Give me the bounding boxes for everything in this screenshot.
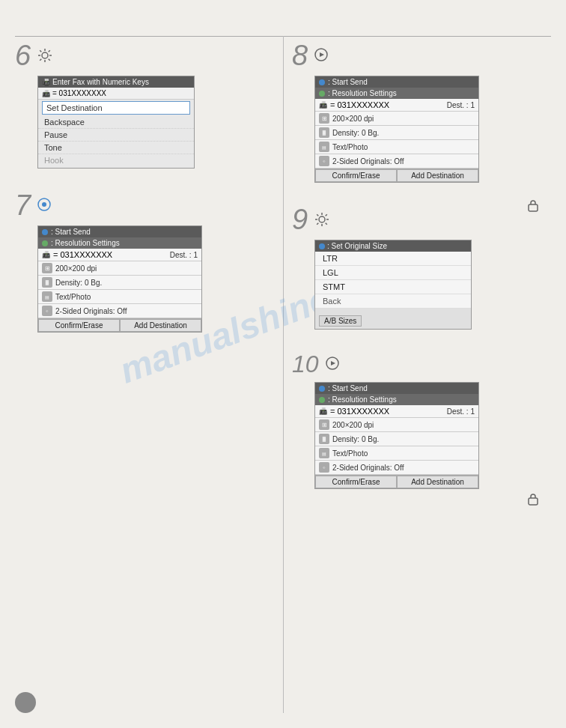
- left-column: 6 📠 Enter Fax with Numeric Keys 📠: [15, 41, 270, 355]
- step-6-gear-icon: [37, 47, 53, 66]
- dot-blue-icon-8: [319, 79, 325, 85]
- confirm-erase-btn-8[interactable]: Confirm/Erase: [315, 169, 397, 182]
- fax-dest-row-10: 📠 = 031XXXXXXX Dest. : 1: [315, 405, 478, 418]
- sided-row-7: ⟐ 2-Sided Originals: Off: [38, 304, 201, 318]
- dot-blue-icon: [42, 229, 48, 235]
- step-7-dialog-title: : Start Send: [38, 226, 201, 237]
- fax-dest-row-8: 📠 = 031XXXXXXX Dest. : 1: [315, 99, 478, 112]
- step-8-play-icon: [314, 47, 329, 64]
- step-7-block: 7 : Start Send : Resolution Settings: [15, 191, 270, 333]
- density-text-7: Density: 0 Bg.: [55, 279, 102, 287]
- resolution-row-8: ⊞ 200×200 dpi: [315, 112, 478, 126]
- sided-icon-8: ⟐: [319, 156, 329, 166]
- type-text-7: Text/Photo: [55, 293, 91, 301]
- orig-footer: A/B Sizes: [315, 313, 471, 329]
- type-icon-8: ▤: [319, 142, 329, 152]
- lgl-item[interactable]: LGL: [315, 266, 471, 280]
- type-row-10: ▤ Text/Photo: [315, 446, 478, 461]
- confirm-erase-btn-7[interactable]: Confirm/Erase: [38, 319, 120, 332]
- resolution-icon-7: ⊞: [42, 263, 52, 273]
- step-8-footer: Confirm/Erase Add Destination: [315, 169, 478, 182]
- type-row-7: ▤ Text/Photo: [38, 290, 201, 304]
- sided-row-8: ⟐ 2-Sided Originals: Off: [315, 154, 478, 169]
- vertical-divider: [283, 36, 284, 713]
- dot-green-icon-8: [319, 91, 325, 97]
- ab-sizes-btn[interactable]: A/B Sizes: [319, 315, 362, 327]
- density-row-8: ▓ Density: 0 Bg.: [315, 126, 478, 140]
- step-6-header: 6: [15, 41, 270, 70]
- tone-item[interactable]: Tone: [38, 142, 194, 154]
- add-destination-btn-8[interactable]: Add Destination: [397, 169, 478, 182]
- resolution-row-10: ⊞ 200×200 dpi: [315, 418, 478, 432]
- add-destination-btn-10[interactable]: Add Destination: [397, 476, 478, 488]
- step-6-number: 6: [15, 41, 31, 70]
- fax-number-row: 📠 = 031XXXXXXX: [38, 88, 194, 100]
- density-row-7: ▓ Density: 0 Bg.: [38, 276, 201, 290]
- density-icon-7: ▓: [42, 277, 52, 288]
- step-10-block: 10 : Start Send : Resolution Settings: [292, 352, 547, 489]
- fax-number-text: = 031XXXXXXX: [52, 89, 106, 97]
- svg-point-2: [42, 202, 46, 207]
- dot-green-icon: [42, 240, 48, 246]
- dest-count-8: Dest. : 1: [447, 101, 475, 109]
- numeric-keys-dialog: 📠 Enter Fax with Numeric Keys 📠 = 031XXX…: [37, 76, 195, 169]
- dot-blue-9: [319, 243, 325, 249]
- resolution-label-8: : Resolution Settings: [328, 89, 397, 97]
- type-icon-10: ▤: [319, 448, 329, 458]
- pause-item[interactable]: Pause: [38, 129, 194, 142]
- step-9-number: 9: [292, 205, 308, 234]
- svg-point-6: [319, 216, 325, 222]
- set-destination-item[interactable]: Set Destination: [42, 101, 190, 115]
- sided-icon-10: ⟐: [319, 462, 329, 473]
- fax-number-10: = 031XXXXXXX: [330, 407, 389, 416]
- step-8-dialog: : Start Send : Resolution Settings 📠 = 0…: [314, 76, 479, 183]
- step-9-header: 9: [292, 205, 547, 234]
- resolution-label-7: : Resolution Settings: [51, 239, 120, 247]
- sided-text-10: 2-Sided Originals: Off: [332, 464, 404, 472]
- bottom-circle: [15, 692, 36, 713]
- svg-rect-9: [529, 498, 538, 505]
- step-7-number: 7: [15, 191, 31, 219]
- step-10-dialog-subtitle: : Resolution Settings: [315, 394, 478, 405]
- density-icon-10: ▓: [319, 434, 329, 444]
- svg-marker-8: [331, 361, 335, 365]
- resolution-icon-8: ⊞: [319, 113, 329, 124]
- step-7-dialog: : Start Send : Resolution Settings 📠 = 0…: [37, 225, 202, 333]
- step-10-lock-note: [527, 492, 539, 508]
- backspace-item[interactable]: Backspace: [38, 116, 194, 129]
- step-7-dialog-subtitle: : Resolution Settings: [38, 237, 201, 249]
- type-text-10: Text/Photo: [332, 449, 368, 458]
- hook-item: Hook: [38, 154, 194, 168]
- type-text-8: Text/Photo: [332, 143, 368, 151]
- step-8-dialog-title: : Start Send: [315, 76, 478, 88]
- dot-green-icon-10: [319, 397, 325, 403]
- set-destination-text: Set Destination: [46, 103, 103, 112]
- type-row-8: ▤ Text/Photo: [315, 140, 478, 154]
- ltr-item[interactable]: LTR: [315, 252, 471, 266]
- dot-blue-icon-10: [319, 386, 325, 392]
- density-row-10: ▓ Density: 0 Bg.: [315, 432, 478, 446]
- step-10-dialog: : Start Send : Resolution Settings 📠 = 0…: [314, 382, 479, 489]
- fax-number-8: = 031XXXXXXX: [330, 100, 389, 109]
- density-text-8: Density: 0 Bg.: [332, 129, 379, 137]
- step-9-block: 9 : Set Original Size LTR: [292, 205, 547, 330]
- add-destination-btn-7[interactable]: Add Destination: [120, 319, 201, 332]
- start-send-label-7: : Start Send: [51, 228, 91, 236]
- type-icon-7: ▤: [42, 291, 52, 302]
- sided-text-8: 2-Sided Originals: Off: [332, 157, 404, 166]
- step-9-gear-icon: [314, 211, 330, 230]
- start-send-label-8: : Start Send: [328, 78, 368, 86]
- sided-icon-7: ⟐: [42, 306, 52, 316]
- step-9-dialog: : Set Original Size LTR LGL STMT Back A/…: [314, 240, 472, 330]
- step-10-dialog-title: : Start Send: [315, 383, 478, 394]
- back-item[interactable]: Back: [315, 294, 471, 309]
- step-10-header: 10: [292, 352, 547, 376]
- step-10-footer: Confirm/Erase Add Destination: [315, 475, 478, 488]
- step-8-block: 8 : Start Send : Resolution Settings: [292, 41, 547, 183]
- stmt-item[interactable]: STMT: [315, 280, 471, 294]
- orig-title-text: : Set Original Size: [327, 242, 387, 250]
- confirm-erase-btn-10[interactable]: Confirm/Erase: [315, 476, 397, 488]
- svg-marker-4: [320, 52, 324, 57]
- start-send-label-10: : Start Send: [328, 384, 368, 392]
- step-6-block: 6 📠 Enter Fax with Numeric Keys 📠: [15, 41, 270, 169]
